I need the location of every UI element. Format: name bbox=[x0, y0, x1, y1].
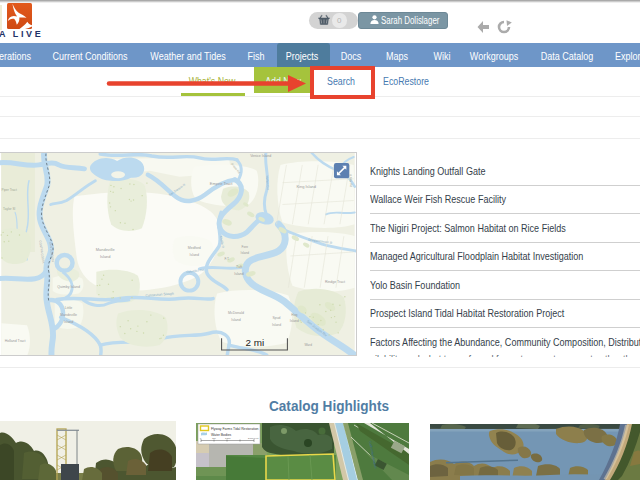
svg-text:2 mi: 2 mi bbox=[245, 337, 264, 348]
svg-text:Holland Tract: Holland Tract bbox=[5, 339, 26, 343]
svg-text:Empire Tract: Empire Tract bbox=[210, 181, 233, 186]
svg-text:Island: Island bbox=[190, 253, 199, 257]
svg-text:F.T.: F.T. bbox=[225, 257, 230, 261]
svg-text:Hog: Hog bbox=[291, 313, 297, 317]
svg-text:Spud: Spud bbox=[273, 316, 281, 320]
svg-text:Ward: Ward bbox=[304, 343, 312, 347]
svg-text:Island: Island bbox=[241, 251, 250, 255]
svg-text:McDonald: McDonald bbox=[228, 311, 244, 315]
svg-text:Quimby Island: Quimby Island bbox=[57, 285, 80, 289]
svg-text:Island: Island bbox=[234, 272, 243, 276]
svg-text:Flyway Farms Tidal Restoration: Flyway Farms Tidal Restoration bbox=[211, 427, 259, 431]
svg-text:Island: Island bbox=[64, 320, 73, 324]
svg-text:Mandeville: Mandeville bbox=[96, 247, 116, 252]
svg-text:Island: Island bbox=[290, 319, 299, 323]
svg-text:Piper Tract: Piper Tract bbox=[2, 188, 17, 192]
svg-text:Island: Island bbox=[272, 323, 281, 327]
svg-text:King Island: King Island bbox=[296, 184, 316, 189]
svg-text:Fore: Fore bbox=[242, 245, 249, 249]
svg-text:Island: Island bbox=[231, 318, 240, 322]
svg-text:Taylor Sl: Taylor Sl bbox=[3, 207, 15, 211]
svg-text:Rindge Tract: Rindge Tract bbox=[325, 280, 345, 284]
svg-text:Tuft: Tuft bbox=[236, 265, 242, 269]
svg-text:Island: Island bbox=[100, 254, 111, 259]
svg-text:Mandeville: Mandeville bbox=[60, 313, 77, 317]
svg-text:Venice Island: Venice Island bbox=[250, 154, 271, 158]
svg-text:Medford: Medford bbox=[188, 246, 201, 250]
svg-text:Little: Little bbox=[65, 306, 73, 310]
